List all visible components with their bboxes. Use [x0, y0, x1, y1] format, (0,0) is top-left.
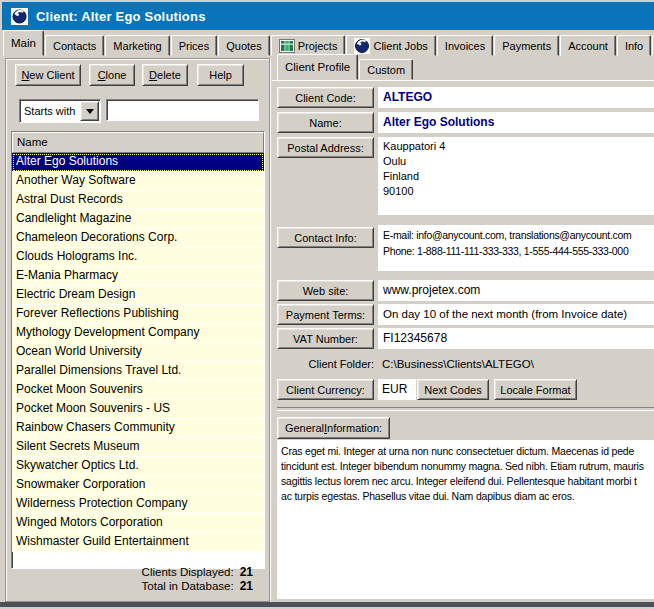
next-codes-button[interactable]: Next Codes [417, 379, 489, 400]
client-list-item[interactable]: Silent Secrets Museum [12, 438, 264, 457]
payment-terms-label-button[interactable]: Payment Terms: [277, 304, 374, 325]
client-currency-value[interactable]: EUR [378, 379, 416, 400]
web-site-label-button[interactable]: Web site: [277, 280, 374, 301]
client-list-item[interactable]: Rainbow Chasers Community [12, 419, 264, 438]
filter-mode-value: Starts with [20, 102, 80, 120]
general-information-button[interactable]: General Information: [277, 417, 390, 439]
left-actions: New ClientCloneDeleteHelp [6, 64, 269, 86]
client-list-item[interactable]: Wilderness Protection Company [12, 495, 264, 514]
locale-format-button[interactable]: Locale Format [494, 379, 577, 400]
tab-label: Account [568, 37, 608, 55]
tab-label: Info [625, 37, 643, 55]
payment-terms-value[interactable]: On day 10 of the next month (from Invoic… [378, 304, 654, 325]
client-currency-label-button[interactable]: Client Currency: [277, 379, 374, 400]
titlebar: Client: Alter Ego Solutions [2, 2, 654, 30]
client-list-item[interactable]: Clouds Holograms Inc. [12, 248, 264, 267]
client-list-item[interactable]: Mythology Development Company [12, 324, 264, 343]
contact-info-label-button[interactable]: Contact Info: [277, 227, 374, 248]
clients-displayed-label: Clients Displayed: [142, 566, 234, 578]
client-list-item[interactable]: Alter Ego Solutions [12, 153, 264, 172]
client-list-item[interactable]: Astral Dust Records [12, 191, 264, 210]
tab-account[interactable]: Account [560, 35, 616, 56]
client-code-label-button[interactable]: Client Code: [277, 87, 374, 108]
tab-info[interactable]: Info [617, 35, 651, 56]
window-bottom-edge [0, 602, 654, 607]
client-list-item[interactable]: E-Mania Pharmacy [12, 267, 264, 286]
total-in-database-line: Total in Database: 21 [6, 579, 253, 593]
tab-marketing[interactable]: Marketing [105, 35, 169, 56]
client-list-rows: Alter Ego SolutionsAnother Way SoftwareA… [12, 153, 264, 552]
help-button[interactable]: Help [197, 64, 244, 86]
tab-main[interactable]: Main [3, 30, 44, 56]
name-value[interactable]: Alter Ego Solutions [378, 112, 654, 133]
tab-label: Client Profile [285, 58, 350, 76]
postal-address-label-button[interactable]: Postal Address: [277, 137, 374, 158]
postal-address-value[interactable]: Kauppatori 4 Oulu Finland 90100 [378, 137, 654, 215]
tab-projects[interactable]: Projects [271, 35, 346, 56]
vat-number-label-button[interactable]: VAT Number: [277, 328, 374, 349]
client-folder-value: C:\Business\Clients\ALTEGO\ [382, 357, 654, 371]
list-stats: Clients Displayed: 21 Total in Database:… [6, 565, 253, 593]
contact-info-value[interactable]: E-mail: info@anycount.com, translations@… [378, 225, 654, 271]
client-list-item[interactable]: Ocean World University [12, 343, 264, 362]
web-site-value[interactable]: www.projetex.com [378, 280, 654, 301]
client-list-item[interactable]: Forever Reflections Publishing [12, 305, 264, 324]
tab-label: Contacts [53, 37, 96, 55]
total-in-database-value: 21 [240, 579, 253, 593]
client-list-item[interactable]: Wishmaster Guild Entertainment [12, 533, 264, 552]
client-profile-panel: Client Profile Custom Client Code: ALTEG… [272, 56, 654, 600]
client-list-item[interactable]: Parallel Dimensions Travel Ltd. [12, 362, 264, 381]
name-label-button[interactable]: Name: [277, 112, 374, 133]
tab-payments[interactable]: Payments [494, 35, 559, 56]
client-folder-label: Client Folder: [277, 357, 374, 371]
client-list-item[interactable]: Electric Dream Design [12, 286, 264, 305]
tab-custom[interactable]: Custom [359, 59, 413, 80]
client-code-value[interactable]: ALTEGO [378, 87, 654, 108]
tab-label: Invoices [445, 37, 485, 55]
globe-app-icon [11, 8, 28, 25]
delete-button[interactable]: Delete [142, 64, 188, 86]
profile-tabbar: Client Profile Custom [277, 56, 654, 80]
tab-quotes[interactable]: Quotes [218, 35, 269, 56]
tab-label: Quotes [226, 37, 261, 55]
client-window: { "window": { "title": "Client: Alter Eg… [0, 0, 654, 609]
filter-mode-select[interactable]: Starts with [19, 99, 101, 123]
clients-displayed-line: Clients Displayed: 21 [6, 565, 253, 579]
client-list-panel: New ClientCloneDeleteHelp Starts with Na… [5, 58, 270, 602]
combo-dropdown-button[interactable] [80, 101, 99, 121]
client-list-item[interactable]: Pocket Moon Souvenirs - US [12, 400, 264, 419]
tab-label: Prices [179, 37, 210, 55]
globe-icon [354, 38, 370, 54]
tab-prices[interactable]: Prices [171, 35, 218, 56]
tab-client-jobs[interactable]: Client Jobs [346, 35, 435, 56]
client-list-item[interactable]: Chameleon Decorations Corp. [12, 229, 264, 248]
client-list-item[interactable]: Candlelight Magazine [12, 210, 264, 229]
window-title: Client: Alter Ego Solutions [36, 9, 206, 24]
main-tabbar: MainContactsMarketingPricesQuotesProject… [3, 31, 654, 56]
section-separator [277, 407, 654, 411]
tab-label: Payments [502, 37, 551, 55]
tab-label: Client Jobs [373, 37, 427, 55]
list-header-name[interactable]: Name [12, 132, 264, 153]
client-list-item[interactable]: Another Way Software [12, 172, 264, 191]
vat-number-value[interactable]: FI12345678 [378, 328, 654, 349]
client-list-item[interactable]: Skywatcher Optics Ltd. [12, 457, 264, 476]
tab-label: Custom [367, 61, 405, 79]
pane-top-highlight [272, 80, 654, 81]
tab-label: Main [11, 34, 36, 52]
tab-client-profile[interactable]: Client Profile [277, 54, 358, 80]
chevron-down-icon [86, 109, 94, 118]
client-list-item[interactable]: Winged Motors Corporation [12, 514, 264, 533]
tab-label: Projects [298, 37, 338, 55]
tab-contacts[interactable]: Contacts [45, 35, 104, 56]
client-list-item[interactable]: Pocket Moon Souvenirs [12, 381, 264, 400]
new-client-button[interactable]: New Client [15, 64, 81, 86]
tab-label: Marketing [113, 37, 161, 55]
clone-button[interactable]: Clone [89, 64, 135, 86]
filter-row: Starts with [6, 99, 269, 121]
filter-input[interactable] [106, 99, 259, 121]
tab-invoices[interactable]: Invoices [437, 35, 493, 56]
general-information-text[interactable]: Cras eget mi. Integer at urna non nunc c… [277, 440, 654, 599]
client-list-item[interactable]: Snowmaker Corporation [12, 476, 264, 495]
client-list[interactable]: Name Alter Ego SolutionsAnother Way Soft… [11, 131, 265, 569]
